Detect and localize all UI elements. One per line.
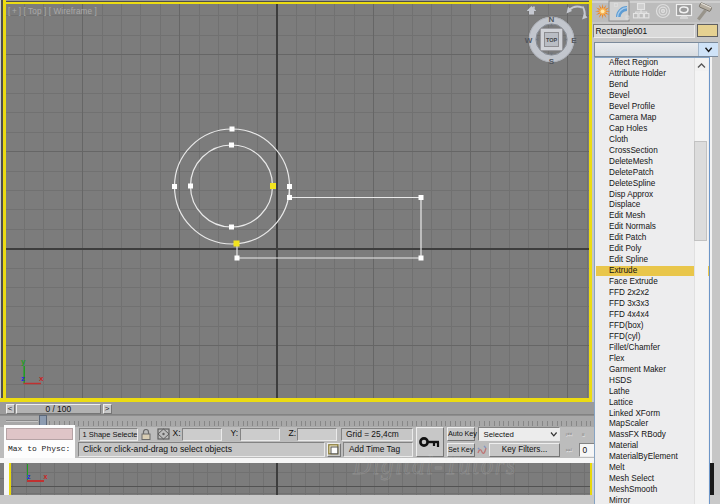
svg-text:W: W <box>525 36 533 45</box>
svg-text:y: y <box>21 357 26 366</box>
svg-text:x: x <box>44 473 48 480</box>
svg-text:E: E <box>571 36 577 45</box>
svg-text:z: z <box>27 473 31 480</box>
svg-text:N: N <box>549 15 555 24</box>
svg-text:z: z <box>21 374 25 383</box>
svg-text:x: x <box>39 374 44 383</box>
svg-text:S: S <box>549 57 555 66</box>
svg-text:TOP: TOP <box>546 37 558 43</box>
